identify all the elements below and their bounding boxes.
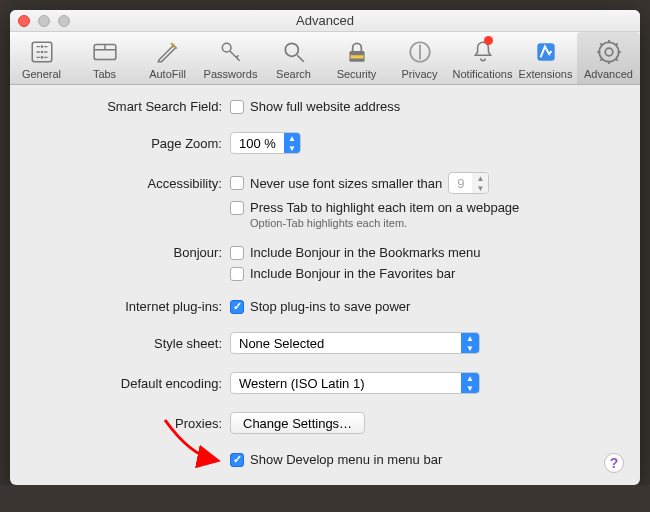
- svg-point-3: [40, 56, 43, 59]
- extensions-icon: [532, 38, 560, 66]
- tabs-icon: [91, 38, 119, 66]
- show-develop-menu-checkbox[interactable]: Show Develop menu in menu bar: [230, 452, 442, 467]
- smart-search-label: Smart Search Field:: [30, 99, 230, 114]
- lock-icon: [343, 38, 371, 66]
- svg-point-23: [605, 48, 613, 56]
- bonjour-label: Bonjour:: [30, 245, 230, 260]
- tab-search[interactable]: Search: [262, 32, 325, 84]
- advanced-pane: Smart Search Field: Show full website ad…: [10, 85, 640, 485]
- min-font-stepper[interactable]: 9 ▲▼: [448, 172, 489, 194]
- svg-point-1: [40, 45, 43, 48]
- tab-label: AutoFill: [136, 68, 199, 80]
- help-button[interactable]: ?: [604, 453, 624, 473]
- gear-icon: [595, 38, 623, 66]
- checkbox-label: Include Bonjour in the Favorites bar: [250, 266, 455, 281]
- svg-line-15: [236, 55, 238, 57]
- tab-passwords[interactable]: Passwords: [199, 32, 262, 84]
- checkbox-label: Never use font sizes smaller than: [250, 176, 442, 191]
- page-zoom-value: 100 %: [231, 133, 284, 153]
- tab-label: Passwords: [199, 68, 262, 80]
- tab-tabs[interactable]: Tabs: [73, 32, 136, 84]
- svg-point-13: [222, 43, 231, 52]
- tab-advanced[interactable]: Advanced: [577, 32, 640, 84]
- accessibility-label: Accessibility:: [30, 176, 230, 191]
- key-icon: [217, 38, 245, 66]
- proxies-label: Proxies:: [30, 416, 230, 431]
- svg-line-28: [600, 43, 602, 45]
- autofill-icon: [154, 38, 182, 66]
- titlebar: Advanced: [10, 10, 640, 32]
- tab-label: Advanced: [577, 68, 640, 80]
- tab-label: Notifications: [451, 68, 514, 80]
- svg-line-29: [615, 59, 617, 61]
- stylesheet-select[interactable]: None Selected ▲▼: [230, 332, 480, 354]
- svg-line-30: [600, 59, 602, 61]
- svg-point-2: [40, 51, 43, 54]
- page-zoom-label: Page Zoom:: [30, 136, 230, 151]
- svg-line-31: [615, 43, 617, 45]
- tab-general[interactable]: General: [10, 32, 73, 84]
- svg-point-16: [285, 43, 298, 56]
- encoding-value: Western (ISO Latin 1): [231, 376, 461, 391]
- stepper-arrows-icon: ▲▼: [472, 173, 488, 193]
- change-settings-button[interactable]: Change Settings…: [230, 412, 365, 434]
- select-arrows-icon: ▲▼: [461, 333, 479, 353]
- tab-security[interactable]: Security: [325, 32, 388, 84]
- window-title: Advanced: [10, 13, 640, 28]
- tab-privacy[interactable]: Privacy: [388, 32, 451, 84]
- svg-line-17: [297, 55, 304, 62]
- plugins-label: Internet plug-ins:: [30, 299, 230, 314]
- encoding-label: Default encoding:: [30, 376, 230, 391]
- svg-rect-19: [350, 55, 363, 58]
- button-label: Change Settings…: [243, 416, 352, 431]
- show-full-address-checkbox[interactable]: Show full website address: [230, 99, 400, 114]
- preferences-toolbar: General Tabs AutoFill Passwords Search: [10, 32, 640, 85]
- tab-autofill[interactable]: AutoFill: [136, 32, 199, 84]
- checkbox-label: Include Bonjour in the Bookmarks menu: [250, 245, 481, 260]
- tab-label: Privacy: [388, 68, 451, 80]
- stepper-arrows-icon: ▲▼: [284, 133, 300, 153]
- min-font-value: 9: [449, 173, 472, 193]
- checkbox-label: Show full website address: [250, 99, 400, 114]
- tab-label: Security: [325, 68, 388, 80]
- tab-label: Search: [262, 68, 325, 80]
- tab-highlight-hint: Option-Tab highlights each item.: [250, 217, 407, 229]
- stylesheet-label: Style sheet:: [30, 336, 230, 351]
- tab-label: General: [10, 68, 73, 80]
- bonjour-favorites-checkbox[interactable]: Include Bonjour in the Favorites bar: [230, 266, 455, 281]
- tab-extensions[interactable]: Extensions: [514, 32, 577, 84]
- general-icon: [28, 38, 56, 66]
- search-icon: [280, 38, 308, 66]
- tab-notifications[interactable]: Notifications: [451, 32, 514, 84]
- bell-icon: [469, 38, 497, 66]
- stop-plugins-checkbox[interactable]: Stop plug-ins to save power: [230, 299, 410, 314]
- page-zoom-stepper[interactable]: 100 % ▲▼: [230, 132, 301, 154]
- checkbox-label: Stop plug-ins to save power: [250, 299, 410, 314]
- privacy-icon: [406, 38, 434, 66]
- svg-rect-21: [537, 43, 554, 60]
- checkbox-label: Show Develop menu in menu bar: [250, 452, 442, 467]
- stylesheet-value: None Selected: [231, 336, 461, 351]
- tab-highlight-checkbox[interactable]: Press Tab to highlight each item on a we…: [230, 200, 519, 215]
- min-font-checkbox[interactable]: Never use font sizes smaller than: [230, 176, 442, 191]
- notification-badge: [484, 36, 493, 45]
- preferences-window: Advanced General Tabs AutoFill Passwords: [10, 10, 640, 485]
- encoding-select[interactable]: Western (ISO Latin 1) ▲▼: [230, 372, 480, 394]
- tab-label: Extensions: [514, 68, 577, 80]
- select-arrows-icon: ▲▼: [461, 373, 479, 393]
- tab-label: Tabs: [73, 68, 136, 80]
- bonjour-bookmarks-checkbox[interactable]: Include Bonjour in the Bookmarks menu: [230, 245, 481, 260]
- checkbox-label: Press Tab to highlight each item on a we…: [250, 200, 519, 215]
